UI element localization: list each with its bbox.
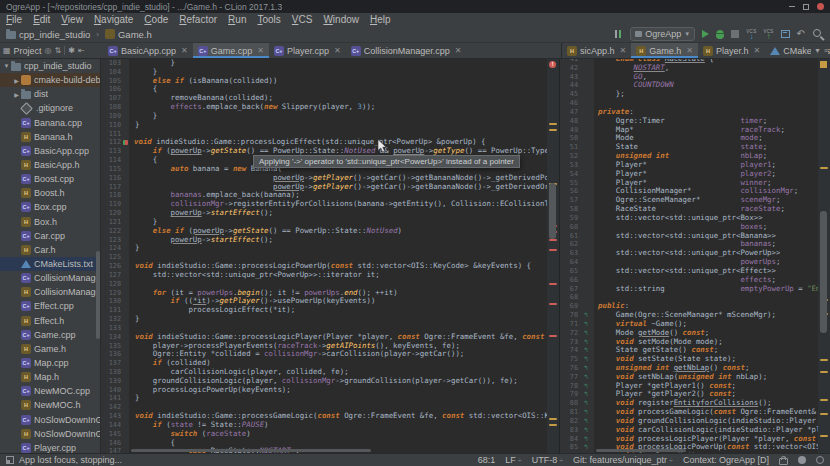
project-tree-item[interactable]: C+Box.cpp [0,200,100,214]
line-number[interactable]: 122 [101,227,123,236]
project-tree-item[interactable]: HCar.h [0,243,100,257]
gear-icon[interactable]: ✱ [68,46,75,55]
editor-tab[interactable]: HGame.h✕ [631,43,698,58]
code-line[interactable]: 57 Ogre::SceneManager* sceneMgr; [560,196,818,205]
code-line[interactable]: 66 effects; [560,276,818,285]
code-line[interactable]: 42 NOSTART, [560,64,818,73]
error-stripe-mark[interactable] [820,359,828,361]
editor-left-body[interactable]: 103 }104 }105 else if (isBanana(collided… [101,59,547,453]
line-number[interactable]: 81 [560,408,580,417]
line-number[interactable]: 121 [101,218,123,227]
code-line[interactable]: 75↰ void setState(State state); [560,355,818,364]
hide-panel-icon[interactable]: ⇤ [78,46,85,55]
code-line[interactable]: 43 GO, [560,73,818,82]
code-line[interactable]: 108 effects.emplace_back(new Slippery(pl… [101,103,547,112]
code-line[interactable]: 49 Map* raceTrack; [560,126,818,135]
error-stripe-mark[interactable] [820,413,828,415]
line-number[interactable]: 112 [101,138,123,147]
line-number[interactable]: 85 [560,443,580,452]
line-number[interactable]: 49 [560,126,580,135]
code-line[interactable]: 125 [101,253,547,262]
error-stripe-mark[interactable] [549,283,557,285]
line-number[interactable]: 46 [560,99,580,108]
line-number[interactable]: 130 [101,297,123,306]
code-line[interactable]: 69public: [560,302,818,311]
vcs-commit-button[interactable]: VCS↑ [763,29,773,39]
line-number[interactable]: 77 [560,373,580,382]
lock-icon[interactable] [779,458,788,465]
line-number[interactable]: 48 [560,117,580,126]
line-number[interactable]: 42 [560,64,580,73]
error-stripe-mark[interactable] [549,239,557,241]
line-number[interactable]: 43 [560,73,580,82]
line-number[interactable]: 83 [560,426,580,435]
code-line[interactable]: 62 bananas; [560,240,818,249]
scrollbar-thumb[interactable] [549,183,556,239]
line-number[interactable]: 137 [101,359,123,368]
code-line[interactable]: 136 Ogre::Entity *collided = collisionMg… [101,350,547,359]
line-number[interactable]: 120 [101,209,123,218]
project-tree-item[interactable]: C+Game.cpp [0,328,100,342]
line-number[interactable]: 132 [101,315,123,324]
code-line[interactable]: 55 Player* winner; [560,179,818,188]
line-number[interactable]: 140 [101,386,123,395]
line-number[interactable]: 67 [560,285,580,294]
line-number[interactable]: 106 [101,85,123,94]
line-number[interactable]: 119 [101,200,123,209]
project-tree-item[interactable]: HEffect.h [0,314,100,328]
line-number[interactable]: 110 [101,121,123,130]
code-line[interactable]: 118 bananas.emplace_back(banana); [101,191,547,200]
chevron-down-icon[interactable]: ▼ [814,47,821,54]
status-widget[interactable]: Context: OgreApp [D] [683,455,769,465]
code-line[interactable]: 51 State state; [560,143,818,152]
line-number[interactable]: 115 [101,165,123,174]
status-widget[interactable]: UTF-8÷ [532,455,563,465]
stop-button[interactable] [731,30,739,38]
tree-expand-icon[interactable]: ▼ [2,63,11,69]
line-number[interactable]: 69 [560,302,580,311]
project-tree-item[interactable]: C+BasicApp.cpp [0,144,100,158]
code-line[interactable]: 86↰ void StopPowerUp(); [560,452,818,453]
menu-vcs[interactable]: VCS [292,14,313,25]
code-line[interactable]: 119 collisionMgr->registerEntityForColli… [101,200,547,209]
code-line[interactable]: 78↰ Player *getPlayer1() const; [560,382,818,391]
code-line[interactable]: 129 for (it = powerUps.begin(); it != po… [101,289,547,298]
project-tree-item[interactable]: C+NewMOC.cpp [0,384,100,398]
menu-tools[interactable]: Tools [257,14,280,25]
error-stripe-mark[interactable] [820,167,828,169]
close-icon[interactable] [817,3,824,10]
line-number[interactable]: 73 [560,338,580,347]
tab-close-icon[interactable]: ✕ [753,46,760,55]
line-number[interactable]: 45 [560,90,580,99]
status-widget[interactable]: 68:1 [478,455,496,465]
line-number[interactable]: 62 [560,240,580,249]
debug-button[interactable] [716,30,724,39]
code-line[interactable]: 105 else if (isBanana(collided)) [101,77,547,86]
menu-view[interactable]: View [61,14,83,25]
line-number[interactable]: 107 [101,94,123,103]
line-number[interactable]: 131 [101,306,123,315]
line-number[interactable]: 135 [101,342,123,351]
breadcrumb-item[interactable]: cpp_indie_studio [19,29,90,40]
line-number[interactable]: 113 [101,147,123,156]
project-tree-item[interactable]: HCollisionManager [0,285,100,299]
line-number[interactable]: 126 [101,262,123,271]
code-line[interactable]: 59 std::vector<std::unique_ptr<Box>> [560,214,818,223]
project-tree-item[interactable]: HBanana.h [0,130,100,144]
error-stripe-mark[interactable] [820,399,828,401]
line-number[interactable]: 146 [101,439,123,448]
menu-window[interactable]: Window [323,14,359,25]
line-number[interactable]: 118 [101,191,123,200]
tree-expand-icon[interactable]: ▶ [12,91,21,98]
line-number[interactable]: 139 [101,377,123,386]
menu-refactor[interactable]: Refactor [179,14,217,25]
line-number[interactable]: 116 [101,174,123,183]
editor-right-body[interactable]: 41 enum class RaceState {42 NOSTART,43 G… [560,59,818,453]
project-tree-item[interactable]: C+Player.cpp [0,441,100,453]
tab-list-icon[interactable]: ≡ [824,47,828,54]
h-scrollbar-thumb[interactable] [131,449,371,452]
code-line[interactable]: 47private: [560,108,818,117]
line-number[interactable]: 58 [560,205,580,214]
project-tree-item[interactable]: ▶cmake-build-deb [0,73,100,87]
line-number[interactable]: 56 [560,187,580,196]
